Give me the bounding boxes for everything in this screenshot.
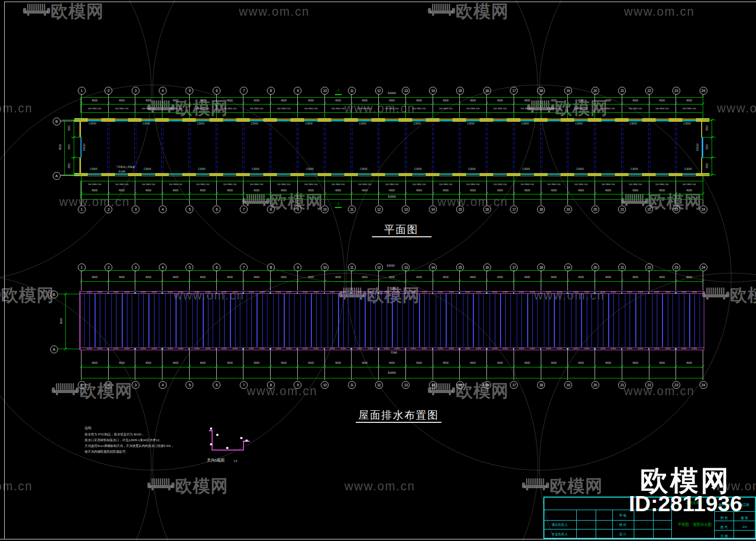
roof-panel-line — [495, 294, 495, 347]
roof-panel-line — [672, 294, 673, 347]
drain-dot — [378, 348, 379, 350]
gutter-detail-caption: 天沟1截面 — [207, 458, 225, 463]
drain-dot — [351, 292, 352, 294]
grid-bubble: 3 — [132, 381, 139, 389]
column-pier — [182, 118, 196, 122]
dim-sub: 100 3800 100 — [82, 107, 108, 110]
roof-panel-line — [300, 294, 301, 347]
roof-panel-line — [284, 294, 285, 347]
window-label: C3000 — [241, 168, 271, 171]
frame-line-blue — [324, 123, 324, 173]
grid-bubble: 9 — [294, 87, 301, 95]
roof-panel-line — [224, 294, 225, 347]
column-pier — [615, 173, 629, 177]
roof-panel-line — [700, 294, 700, 347]
row-bubble: A — [50, 346, 58, 353]
column-pier — [210, 118, 223, 122]
tb-hline — [543, 520, 671, 521]
frame-line-blue — [325, 123, 326, 173]
roof-panel-line — [424, 294, 425, 347]
gutter-dim-mark — [246, 440, 248, 442]
dim-bay: 4000 — [79, 361, 110, 365]
notes-line: 天沟选用3mm厚钢板制天沟，天沟坡度从内向雨水口找坡0.5%， — [85, 444, 174, 448]
dim-line-v — [65, 294, 66, 349]
grid-bubble: 20 — [591, 205, 599, 213]
window-label: C3000 — [295, 168, 325, 171]
end-door — [80, 137, 82, 158]
column-pier — [588, 173, 601, 177]
frame-line-blue — [163, 123, 164, 173]
roof-panel-line — [289, 294, 289, 347]
tb-check-label: 校 对 — [617, 523, 630, 527]
dim-sub: 100 3800 100 — [135, 183, 161, 186]
roof-panel-line — [132, 294, 132, 347]
frame-line-blue — [405, 123, 405, 173]
drain-dot — [108, 292, 109, 294]
roof-panel-line — [365, 294, 366, 347]
grid-bubble: 15 — [456, 87, 464, 95]
dim-line-v — [74, 120, 74, 175]
frame-line-blue — [351, 123, 351, 173]
grid-line — [433, 350, 433, 380]
roof-panel-line — [436, 294, 436, 347]
frame-line-blue — [190, 123, 191, 173]
roof-panel-line — [694, 294, 695, 347]
column-pier — [155, 173, 169, 177]
grid-line — [541, 350, 541, 380]
dim-sub: 100 3800 100 — [379, 107, 405, 110]
dim-line — [81, 270, 703, 271]
dim-bay: 4000 — [484, 361, 516, 365]
roof-panel-line — [311, 294, 312, 347]
frame-line-blue — [298, 123, 299, 173]
column-pier — [290, 173, 304, 177]
column-pier — [615, 118, 629, 122]
end-wall — [701, 119, 703, 137]
cad-sheet: 欧模网www.om.cn欧模网www.om.cnwww.om.cn欧模网www.… — [0, 0, 756, 541]
dim-line — [81, 104, 703, 105]
sheet-frame-top — [4, 2, 756, 2]
column-pier — [452, 118, 466, 122]
dim-sub: 100 3800 100 — [433, 183, 459, 186]
dim-depth: 8000 — [60, 305, 63, 337]
roof-panel-line — [505, 294, 506, 347]
roof-panel-line — [587, 294, 587, 347]
roof-panel-line — [143, 294, 144, 347]
roof-panel-line — [571, 294, 572, 347]
dim-line-v — [64, 120, 65, 175]
dim-line — [81, 112, 703, 113]
grid-bubble: 18 — [537, 205, 545, 213]
plan-note-line2: 见详图 — [108, 170, 136, 174]
frame-line-blue — [542, 123, 542, 173]
dim-sub: 100 3800 100 — [298, 183, 324, 186]
dim-sub: 100 3800 100 — [216, 107, 242, 110]
drain-dot — [594, 348, 596, 350]
dim-bay: 4000 — [376, 189, 408, 192]
frame-line-blue — [378, 123, 378, 173]
frame-line-blue — [459, 123, 459, 173]
dim-ext-h — [703, 157, 716, 158]
frame-line-blue — [217, 123, 218, 173]
frame-line-blue — [650, 123, 650, 173]
grid-bubble: 2 — [104, 205, 112, 213]
grid-bubble: 16 — [483, 205, 491, 213]
roof-panel-line — [154, 294, 155, 347]
dim-bay: 4000 — [592, 275, 624, 279]
dim-sub: 100 3800 100 — [568, 183, 594, 186]
grid-bubble: 8 — [267, 87, 275, 95]
grid-bubble: 12 — [375, 381, 383, 389]
frame-line-blue — [434, 123, 434, 173]
roof-panel-line — [111, 294, 112, 347]
tb-vline — [576, 510, 577, 539]
drain-dot — [432, 292, 434, 294]
drain-dot — [675, 348, 677, 350]
column-pier — [561, 118, 574, 122]
dim-bay: 4000 — [295, 361, 327, 365]
frame-line-blue — [244, 123, 245, 173]
end-door — [702, 137, 703, 158]
frame-line-blue — [648, 123, 649, 173]
frame-line-blue — [567, 123, 567, 173]
frame-line-blue — [242, 123, 243, 173]
dim-bay: 4000 — [79, 275, 110, 279]
column-pier — [182, 173, 196, 177]
dim-bay: 4000 — [592, 99, 624, 102]
